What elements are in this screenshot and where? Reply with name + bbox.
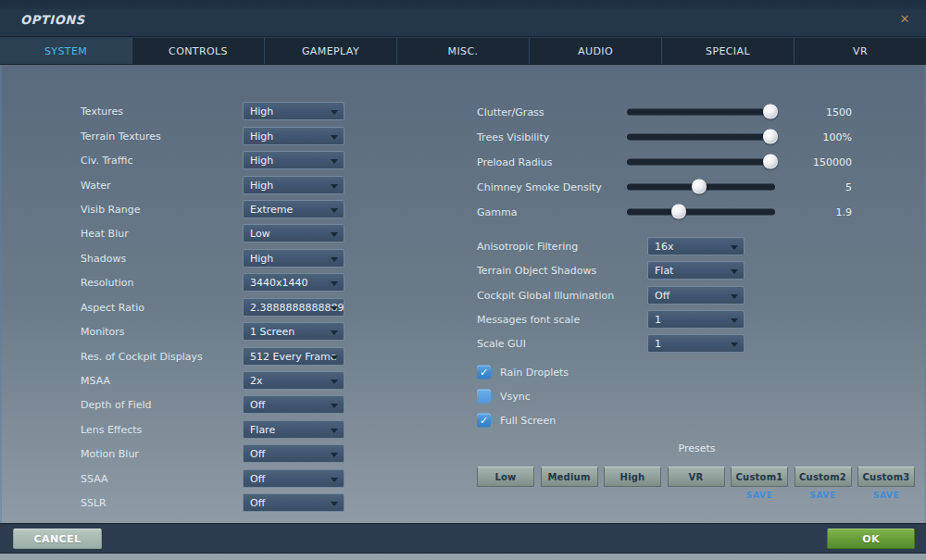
slider-track-trees-visibility[interactable] xyxy=(627,133,775,140)
system-settings-panel: TexturesHighTerrain TexturesHighCiv. Tra… xyxy=(0,65,926,523)
checkbox-label: Vsync xyxy=(500,391,531,403)
chevron-down-icon xyxy=(731,318,738,323)
setting-row-motion-blur: Motion BlurOff xyxy=(2,442,465,466)
setting-label: Chimney Smoke Density xyxy=(477,180,602,193)
setting-label: Terrain Object Shadows xyxy=(477,265,596,277)
slider-track-clutter-grass[interactable] xyxy=(627,108,775,115)
preset-button-medium[interactable]: Medium xyxy=(541,467,598,487)
checkbox-label: Rain Droplets xyxy=(500,367,569,379)
setting-label: Scale GUI xyxy=(477,338,526,350)
tab-special[interactable]: SPECIAL xyxy=(662,37,795,64)
dropdown-value: 1 xyxy=(655,338,661,350)
setting-label: Trees Visibility xyxy=(477,131,549,143)
slider-track-gamma[interactable] xyxy=(627,208,775,215)
dropdown-value: Off xyxy=(655,289,669,301)
preset-save-high xyxy=(604,491,661,500)
presets-title: Presets xyxy=(477,442,917,454)
right-dropdown-group: Anisotropic Filtering16xTerrain Object S… xyxy=(2,234,924,355)
checkbox-row-vsync: Vsync xyxy=(2,384,924,408)
tab-bar: SYSTEMCONTROLSGAMEPLAYMISC.AUDIOSPECIALV… xyxy=(0,37,926,65)
chevron-down-icon xyxy=(731,294,738,299)
preset-button-vr[interactable]: VR xyxy=(668,467,725,487)
window-title: OPTIONS xyxy=(20,13,85,27)
preset-button-custom2[interactable]: Custom2 xyxy=(795,467,852,487)
footer-bar: CANCEL OK xyxy=(0,523,926,553)
preset-button-custom1[interactable]: Custom1 xyxy=(731,467,788,487)
dropdown-value: Off xyxy=(250,448,265,460)
setting-label: Messages font scale xyxy=(477,314,580,326)
slider-row-trees-visibility: Trees Visibility100% xyxy=(2,124,924,149)
slider-row-chimney-smoke-density: Chimney Smoke Density5 xyxy=(2,174,924,199)
setting-row-sslr: SSLROff xyxy=(2,491,465,515)
setting-label: SSLR xyxy=(81,497,106,509)
slider-knob[interactable] xyxy=(763,154,778,168)
slider-knob[interactable] xyxy=(763,129,778,143)
tab-system[interactable]: SYSTEM xyxy=(0,37,132,64)
setting-row-scale-gui: Scale GUI1 xyxy=(2,331,924,355)
preset-save-custom3[interactable]: SAVE xyxy=(857,491,915,500)
slider-settings-group: Clutter/Grass1500Trees Visibility100%Pre… xyxy=(2,99,924,224)
slider-value: 1.9 xyxy=(778,205,852,218)
dropdown-ssaa[interactable]: Off xyxy=(243,469,344,488)
slider-row-gamma: Gamma1.9 xyxy=(2,199,924,224)
preset-buttons-row: LowMediumHighVRCustom1Custom2Custom3 xyxy=(477,467,920,487)
chevron-down-icon xyxy=(331,453,338,457)
setting-row-cockpit-global-illumination: Cockpit Global IlluminationOff xyxy=(2,283,924,307)
dropdown-value: Off xyxy=(250,497,265,509)
preset-save-low xyxy=(477,491,534,500)
preset-save-custom2[interactable]: SAVE xyxy=(795,491,852,500)
dropdown-messages-font-scale[interactable]: 1 xyxy=(647,310,745,329)
ok-button[interactable]: OK xyxy=(827,529,915,549)
slider-value: 5 xyxy=(778,180,852,193)
setting-label: Clutter/Grass xyxy=(477,106,544,118)
dropdown-sslr[interactable]: Off xyxy=(243,493,344,512)
setting-label: SSAA xyxy=(81,472,108,484)
chevron-down-icon xyxy=(331,478,338,482)
tab-controls[interactable]: CONTROLS xyxy=(132,37,265,64)
setting-label: Cockpit Global Illumination xyxy=(477,289,614,301)
slider-value: 1500 xyxy=(778,106,852,118)
preset-save-row: SAVESAVESAVE xyxy=(477,491,920,500)
slider-knob[interactable] xyxy=(692,179,707,193)
cancel-button[interactable]: CANCEL xyxy=(13,529,102,549)
slider-knob[interactable] xyxy=(671,204,686,218)
checkbox-vsync[interactable] xyxy=(477,390,491,404)
setting-label: Motion Blur xyxy=(81,448,139,460)
tab-vr[interactable]: VR xyxy=(795,37,926,64)
dropdown-anisotropic-filtering[interactable]: 16x xyxy=(647,237,745,255)
dropdown-value: 1 xyxy=(655,314,661,326)
slider-track-chimney-smoke-density[interactable] xyxy=(627,183,775,190)
preset-save-medium xyxy=(541,491,598,500)
preset-button-custom3[interactable]: Custom3 xyxy=(857,467,915,487)
tab-gameplay[interactable]: GAMEPLAY xyxy=(265,37,397,64)
dropdown-value: Flat xyxy=(655,265,673,277)
slider-row-clutter-grass: Clutter/Grass1500 xyxy=(2,99,924,124)
checkbox-rain-droplets[interactable]: ✓ xyxy=(477,366,491,380)
dropdown-cockpit-global-illumination[interactable]: Off xyxy=(647,286,745,305)
slider-value: 100% xyxy=(778,131,852,143)
slider-row-preload-radius: Preload Radius150000 xyxy=(2,149,924,174)
checkbox-label: Full Screen xyxy=(500,415,556,427)
preset-button-low[interactable]: Low xyxy=(477,467,534,487)
dropdown-scale-gui[interactable]: 1 xyxy=(647,334,745,353)
chevron-down-icon xyxy=(731,245,738,250)
slider-knob[interactable] xyxy=(763,104,778,118)
preset-button-high[interactable]: High xyxy=(604,467,661,487)
slider-value: 150000 xyxy=(778,156,852,168)
dropdown-value: Off xyxy=(250,472,265,484)
dropdown-motion-blur[interactable]: Off xyxy=(243,444,344,463)
dropdown-terrain-object-shadows[interactable]: Flat xyxy=(647,261,745,280)
checkbox-group: ✓Rain DropletsVsync✓Full Screen xyxy=(2,360,924,432)
chevron-down-icon xyxy=(331,502,338,506)
setting-label: Preload Radius xyxy=(477,156,552,168)
close-icon[interactable]: ✕ xyxy=(896,11,913,28)
preset-save-custom1[interactable]: SAVE xyxy=(731,491,788,500)
checkbox-full-screen[interactable]: ✓ xyxy=(477,414,491,428)
checkbox-row-full-screen: ✓Full Screen xyxy=(2,408,924,432)
tab-misc[interactable]: MISC. xyxy=(397,37,530,64)
chevron-down-icon xyxy=(731,342,738,347)
setting-row-ssaa: SSAAOff xyxy=(2,467,465,491)
setting-row-terrain-object-shadows: Terrain Object ShadowsFlat xyxy=(2,258,924,282)
tab-audio[interactable]: AUDIO xyxy=(530,37,662,64)
slider-track-preload-radius[interactable] xyxy=(627,158,775,165)
